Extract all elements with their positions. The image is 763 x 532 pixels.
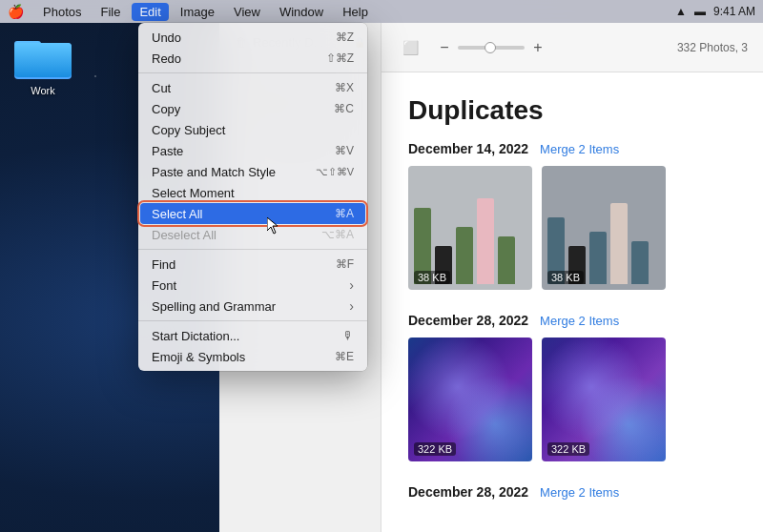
- time-display: 9:41 AM: [713, 5, 755, 18]
- menu-dictation[interactable]: Start Dictation... 🎙: [138, 325, 367, 346]
- menu-paste-label: Paste: [152, 144, 183, 158]
- folder-label: Work: [31, 85, 54, 96]
- photo-row-1: 38 KB 38 KB: [408, 166, 736, 290]
- menu-spelling-label: Spelling and Grammar: [152, 299, 276, 314]
- edit-dropdown-menu: Undo ⌘Z Redo ⇧⌘Z Cut ⌘X Copy ⌘C Copy Sub…: [138, 23, 367, 371]
- photo-row-2: 322 KB 322 KB: [408, 338, 736, 461]
- menu-deselect-all-label: Deselect All: [152, 228, 217, 242]
- menu-find-shortcut: ⌘F: [336, 257, 354, 271]
- menu-dictation-label: Start Dictation...: [152, 329, 239, 343]
- separator-2: [138, 249, 367, 250]
- menu-undo[interactable]: Undo ⌘Z: [138, 27, 367, 48]
- menu-select-all-shortcut: ⌘A: [335, 207, 354, 220]
- menubar-help[interactable]: Help: [335, 3, 376, 21]
- menubar-photos[interactable]: Photos: [35, 3, 89, 21]
- menu-cut[interactable]: Cut ⌘X: [138, 77, 367, 98]
- photo-thumb-1a[interactable]: 38 KB: [408, 166, 532, 290]
- menu-find-label: Find: [152, 257, 175, 272]
- page-title: Duplicates: [408, 95, 736, 126]
- menu-copy-subject[interactable]: Copy Subject: [138, 119, 367, 140]
- menu-font-label: Font: [152, 278, 176, 293]
- svg-rect-2: [14, 43, 72, 77]
- section-date-1: December 14, 2022: [408, 141, 528, 156]
- menu-deselect-all[interactable]: Deselect All ⌥⌘A: [138, 224, 367, 245]
- menu-copy[interactable]: Copy ⌘C: [138, 98, 367, 119]
- menubar-view[interactable]: View: [226, 3, 268, 21]
- photo-size-2a: 322 KB: [414, 442, 456, 456]
- menu-redo[interactable]: Redo ⇧⌘Z: [138, 48, 367, 69]
- menubar-edit[interactable]: Edit: [132, 3, 168, 21]
- photo-size-1b: 38 KB: [547, 271, 584, 284]
- menu-cut-shortcut: ⌘X: [335, 81, 354, 94]
- menu-cut-label: Cut: [152, 81, 171, 95]
- folder-icon-shape: [14, 33, 72, 81]
- wifi-icon[interactable]: ▲: [675, 5, 687, 18]
- zoom-in-button[interactable]: +: [528, 38, 547, 57]
- photo-size-1a: 38 KB: [414, 271, 450, 284]
- zoom-controls: − +: [435, 38, 547, 57]
- merge-link-2[interactable]: Merge 2 Items: [540, 314, 619, 328]
- merge-link-3[interactable]: Merge 2 Items: [540, 485, 619, 500]
- zoom-slider[interactable]: [458, 46, 525, 50]
- menu-redo-shortcut: ⇧⌘Z: [326, 51, 354, 65]
- menubar: 🍎 Photos File Edit Image View Window Hel…: [0, 0, 763, 23]
- section-header-3: December 28, 2022 Merge 2 Items: [408, 484, 736, 500]
- section-date-2: December 28, 2022: [408, 313, 528, 328]
- content-area: Duplicates December 14, 2022 Merge 2 Ite…: [382, 72, 763, 532]
- menu-redo-label: Redo: [152, 51, 181, 66]
- photo-count: 332 Photos, 3: [677, 41, 748, 54]
- zoom-out-button[interactable]: −: [435, 38, 454, 57]
- menu-paste-match[interactable]: Paste and Match Style ⌥⇧⌘V: [138, 161, 367, 182]
- menu-paste-match-shortcut: ⌥⇧⌘V: [316, 166, 354, 178]
- menu-copy-shortcut: ⌘C: [334, 102, 354, 115]
- zoom-slider-thumb: [485, 42, 496, 53]
- menu-select-all-label: Select All: [152, 207, 202, 221]
- merge-link-1[interactable]: Merge 2 Items: [540, 142, 619, 156]
- menu-copy-subject-label: Copy Subject: [152, 123, 225, 137]
- photo-thumb-2b[interactable]: 322 KB: [542, 338, 666, 461]
- menu-select-all[interactable]: Select All ⌘A: [140, 203, 365, 224]
- menu-font[interactable]: Font: [138, 275, 367, 296]
- photo-thumb-1b[interactable]: 38 KB: [542, 166, 666, 290]
- menubar-items: Photos File Edit Image View Window Help: [35, 3, 376, 21]
- menubar-right: ▲ ▬ 9:41 AM: [675, 5, 755, 18]
- menu-undo-label: Undo: [152, 31, 181, 45]
- menu-select-moment-label: Select Moment: [152, 186, 235, 200]
- menu-select-moment[interactable]: Select Moment: [138, 182, 367, 203]
- menu-copy-label: Copy: [152, 102, 180, 116]
- work-folder[interactable]: Work: [10, 33, 76, 96]
- menubar-window[interactable]: Window: [272, 3, 331, 21]
- menu-dictation-shortcut: 🎙: [342, 329, 354, 342]
- section-header-2: December 28, 2022 Merge 2 Items: [408, 313, 736, 328]
- desktop: 🍎 Photos File Edit Image View Window Hel…: [0, 0, 763, 532]
- crop-icon[interactable]: ⬜: [397, 34, 423, 61]
- section-date-3: December 28, 2022: [408, 484, 528, 500]
- menu-find[interactable]: Find ⌘F: [138, 254, 367, 275]
- menubar-image[interactable]: Image: [173, 3, 222, 21]
- menubar-file[interactable]: File: [93, 3, 128, 21]
- menu-emoji-label: Emoji & Symbols: [152, 350, 245, 364]
- battery-icon: ▬: [694, 5, 706, 18]
- photo-thumb-2a[interactable]: 322 KB: [408, 338, 532, 461]
- menu-spelling[interactable]: Spelling and Grammar: [138, 296, 367, 317]
- window-toolbar: ⬜ − + 332 Photos, 3: [382, 23, 763, 72]
- separator-1: [138, 72, 367, 73]
- separator-3: [138, 320, 367, 321]
- menu-paste[interactable]: Paste ⌘V: [138, 140, 367, 161]
- menu-emoji[interactable]: Emoji & Symbols ⌘E: [138, 346, 367, 367]
- menu-deselect-all-shortcut: ⌥⌘A: [321, 228, 354, 241]
- section-header-1: December 14, 2022 Merge 2 Items: [408, 141, 736, 156]
- menu-paste-match-label: Paste and Match Style: [152, 165, 276, 179]
- apple-menu[interactable]: 🍎: [8, 4, 24, 19]
- app-window: ⬜ − + 332 Photos, 3 Duplicates December …: [382, 23, 763, 532]
- menu-undo-shortcut: ⌘Z: [336, 31, 354, 44]
- menu-emoji-shortcut: ⌘E: [335, 350, 354, 363]
- menu-paste-shortcut: ⌘V: [335, 144, 354, 157]
- photo-size-2b: 322 KB: [547, 442, 589, 456]
